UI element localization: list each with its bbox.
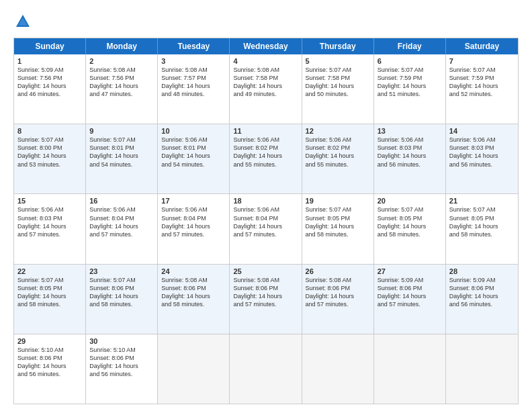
- day-cell-11: 11Sunrise: 5:06 AM Sunset: 8:02 PM Dayli…: [230, 124, 302, 193]
- day-cell-4: 4Sunrise: 5:08 AM Sunset: 7:58 PM Daylig…: [230, 54, 302, 124]
- day-info: Sunrise: 5:07 AM Sunset: 7:59 PM Dayligh…: [378, 66, 442, 99]
- day-cell-20: 20Sunrise: 5:07 AM Sunset: 8:05 PM Dayli…: [374, 194, 446, 263]
- day-cell-15: 15Sunrise: 5:06 AM Sunset: 8:03 PM Dayli…: [14, 194, 86, 263]
- day-number: 15: [17, 197, 82, 205]
- day-cell-2: 2Sunrise: 5:08 AM Sunset: 7:56 PM Daylig…: [86, 54, 158, 124]
- day-number: 19: [306, 197, 370, 205]
- day-number: 29: [17, 337, 82, 345]
- day-info: Sunrise: 5:06 AM Sunset: 8:04 PM Dayligh…: [89, 205, 154, 238]
- day-info: Sunrise: 5:08 AM Sunset: 8:06 PM Dayligh…: [306, 276, 370, 309]
- day-cell-1: 1Sunrise: 5:09 AM Sunset: 7:56 PM Daylig…: [14, 54, 86, 124]
- day-cell-8: 8Sunrise: 5:07 AM Sunset: 8:00 PM Daylig…: [14, 124, 86, 193]
- day-info: Sunrise: 5:08 AM Sunset: 8:06 PM Dayligh…: [233, 276, 298, 309]
- empty-cell: [446, 334, 518, 404]
- day-cell-17: 17Sunrise: 5:06 AM Sunset: 8:04 PM Dayli…: [158, 194, 230, 263]
- calendar-row-5: 29Sunrise: 5:10 AM Sunset: 8:06 PM Dayli…: [14, 334, 518, 404]
- header-day-tuesday: Tuesday: [158, 38, 230, 54]
- day-cell-3: 3Sunrise: 5:08 AM Sunset: 7:57 PM Daylig…: [158, 54, 230, 124]
- day-number: 22: [17, 267, 82, 275]
- day-info: Sunrise: 5:07 AM Sunset: 8:01 PM Dayligh…: [89, 136, 154, 169]
- day-info: Sunrise: 5:06 AM Sunset: 8:02 PM Dayligh…: [233, 136, 298, 169]
- day-info: Sunrise: 5:08 AM Sunset: 7:57 PM Dayligh…: [161, 66, 226, 99]
- day-number: 18: [233, 197, 298, 205]
- day-number: 25: [233, 267, 298, 275]
- header: [13, 12, 519, 31]
- day-info: Sunrise: 5:09 AM Sunset: 7:56 PM Dayligh…: [17, 66, 82, 99]
- calendar-row-2: 8Sunrise: 5:07 AM Sunset: 8:00 PM Daylig…: [14, 124, 518, 193]
- calendar-row-3: 15Sunrise: 5:06 AM Sunset: 8:03 PM Dayli…: [14, 193, 518, 263]
- day-info: Sunrise: 5:06 AM Sunset: 8:03 PM Dayligh…: [378, 136, 442, 169]
- day-number: 23: [89, 267, 154, 275]
- day-cell-19: 19Sunrise: 5:07 AM Sunset: 8:05 PM Dayli…: [302, 194, 374, 263]
- day-info: Sunrise: 5:07 AM Sunset: 7:59 PM Dayligh…: [449, 66, 515, 99]
- day-number: 27: [378, 267, 442, 275]
- day-number: 24: [161, 267, 226, 275]
- day-info: Sunrise: 5:07 AM Sunset: 8:00 PM Dayligh…: [17, 136, 82, 169]
- day-number: 30: [89, 337, 154, 345]
- day-number: 5: [306, 57, 370, 65]
- day-number: 17: [161, 197, 226, 205]
- day-cell-23: 23Sunrise: 5:07 AM Sunset: 8:06 PM Dayli…: [86, 265, 158, 334]
- day-number: 7: [449, 57, 515, 65]
- day-cell-27: 27Sunrise: 5:09 AM Sunset: 8:06 PM Dayli…: [374, 265, 446, 334]
- day-number: 2: [89, 57, 154, 65]
- day-number: 11: [233, 127, 298, 135]
- day-cell-21: 21Sunrise: 5:07 AM Sunset: 8:05 PM Dayli…: [446, 194, 518, 263]
- day-number: 9: [89, 127, 154, 135]
- day-info: Sunrise: 5:07 AM Sunset: 8:05 PM Dayligh…: [306, 205, 370, 238]
- calendar-row-4: 22Sunrise: 5:07 AM Sunset: 8:05 PM Dayli…: [14, 264, 518, 334]
- page: SundayMondayTuesdayWednesdayThursdayFrid…: [0, 0, 532, 411]
- day-info: Sunrise: 5:10 AM Sunset: 8:06 PM Dayligh…: [17, 346, 82, 379]
- day-number: 6: [378, 57, 442, 65]
- day-info: Sunrise: 5:06 AM Sunset: 8:02 PM Dayligh…: [306, 136, 370, 169]
- day-number: 21: [449, 197, 515, 205]
- day-info: Sunrise: 5:06 AM Sunset: 8:04 PM Dayligh…: [233, 205, 298, 238]
- day-number: 1: [17, 57, 82, 65]
- day-cell-30: 30Sunrise: 5:10 AM Sunset: 8:06 PM Dayli…: [86, 334, 158, 404]
- day-info: Sunrise: 5:07 AM Sunset: 8:05 PM Dayligh…: [449, 205, 515, 238]
- day-cell-22: 22Sunrise: 5:07 AM Sunset: 8:05 PM Dayli…: [14, 265, 86, 334]
- header-day-friday: Friday: [374, 38, 446, 54]
- day-cell-13: 13Sunrise: 5:06 AM Sunset: 8:03 PM Dayli…: [374, 124, 446, 193]
- day-info: Sunrise: 5:08 AM Sunset: 8:06 PM Dayligh…: [161, 276, 226, 309]
- day-cell-5: 5Sunrise: 5:07 AM Sunset: 7:58 PM Daylig…: [302, 54, 374, 124]
- logo: [13, 12, 35, 31]
- header-day-thursday: Thursday: [302, 38, 374, 54]
- day-number: 13: [378, 127, 442, 135]
- day-number: 16: [89, 197, 154, 205]
- day-number: 3: [161, 57, 226, 65]
- empty-cell: [158, 334, 230, 404]
- calendar-header: SundayMondayTuesdayWednesdayThursdayFrid…: [14, 38, 518, 54]
- day-info: Sunrise: 5:06 AM Sunset: 8:03 PM Dayligh…: [449, 136, 515, 169]
- logo-icon: [13, 12, 32, 31]
- header-day-saturday: Saturday: [446, 38, 518, 54]
- day-number: 10: [161, 127, 226, 135]
- day-cell-26: 26Sunrise: 5:08 AM Sunset: 8:06 PM Dayli…: [302, 265, 374, 334]
- day-info: Sunrise: 5:08 AM Sunset: 7:58 PM Dayligh…: [233, 66, 298, 99]
- day-info: Sunrise: 5:07 AM Sunset: 8:05 PM Dayligh…: [17, 276, 82, 309]
- empty-cell: [230, 334, 302, 404]
- day-number: 14: [449, 127, 515, 135]
- empty-cell: [302, 334, 374, 404]
- day-cell-9: 9Sunrise: 5:07 AM Sunset: 8:01 PM Daylig…: [86, 124, 158, 193]
- day-info: Sunrise: 5:07 AM Sunset: 8:05 PM Dayligh…: [378, 205, 442, 238]
- day-cell-25: 25Sunrise: 5:08 AM Sunset: 8:06 PM Dayli…: [230, 265, 302, 334]
- day-number: 8: [17, 127, 82, 135]
- day-number: 20: [378, 197, 442, 205]
- day-info: Sunrise: 5:10 AM Sunset: 8:06 PM Dayligh…: [89, 346, 154, 379]
- day-info: Sunrise: 5:07 AM Sunset: 7:58 PM Dayligh…: [306, 66, 370, 99]
- day-info: Sunrise: 5:09 AM Sunset: 8:06 PM Dayligh…: [378, 276, 442, 309]
- day-cell-24: 24Sunrise: 5:08 AM Sunset: 8:06 PM Dayli…: [158, 265, 230, 334]
- calendar-row-1: 1Sunrise: 5:09 AM Sunset: 7:56 PM Daylig…: [14, 54, 518, 124]
- day-cell-18: 18Sunrise: 5:06 AM Sunset: 8:04 PM Dayli…: [230, 194, 302, 263]
- calendar: SundayMondayTuesdayWednesdayThursdayFrid…: [13, 38, 519, 404]
- day-cell-14: 14Sunrise: 5:06 AM Sunset: 8:03 PM Dayli…: [446, 124, 518, 193]
- day-number: 12: [306, 127, 370, 135]
- day-info: Sunrise: 5:08 AM Sunset: 7:56 PM Dayligh…: [89, 66, 154, 99]
- day-number: 4: [233, 57, 298, 65]
- day-info: Sunrise: 5:06 AM Sunset: 8:03 PM Dayligh…: [17, 205, 82, 238]
- header-day-wednesday: Wednesday: [230, 38, 302, 54]
- calendar-body: 1Sunrise: 5:09 AM Sunset: 7:56 PM Daylig…: [14, 54, 518, 404]
- empty-cell: [374, 334, 446, 404]
- day-info: Sunrise: 5:09 AM Sunset: 8:06 PM Dayligh…: [449, 276, 515, 309]
